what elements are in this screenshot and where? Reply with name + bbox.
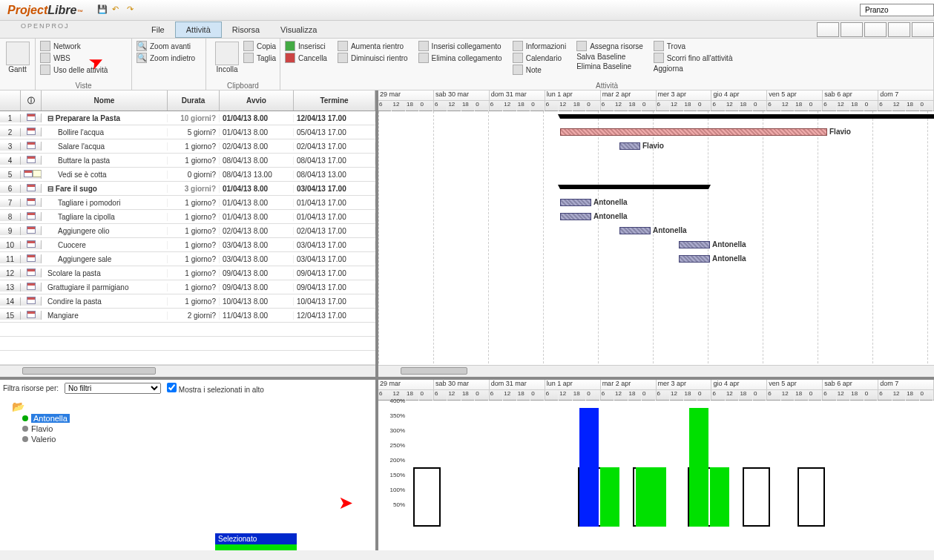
calendar-icon	[27, 128, 36, 135]
gantt-bar[interactable]: Antonella	[679, 255, 710, 263]
wbs-button[interactable]: WBS	[40, 52, 127, 64]
col-indicator[interactable]: ⓘ	[21, 90, 42, 111]
gantt-bar[interactable]: Flavio	[560, 128, 827, 136]
project-name-field[interactable]	[860, 4, 934, 16]
gantt-bar[interactable]: Antonella	[679, 241, 710, 248]
hist-bar	[600, 467, 619, 527]
scorri-button[interactable]: Scorri fino all'attività	[654, 52, 733, 64]
view-btn-4[interactable]	[888, 22, 910, 37]
undo-icon[interactable]: ↶	[112, 4, 124, 16]
uso-icon	[40, 65, 50, 75]
gantt-bar[interactable]	[560, 114, 934, 119]
main-split: ⓘ Nome Durata Avvio Termine 1⊟ Preparare…	[0, 90, 934, 380]
col-nome[interactable]: Nome	[42, 90, 168, 111]
task-row[interactable]: 9Aggiungere olio1 giorno?02/04/13 8.0002…	[0, 224, 375, 238]
task-row[interactable]: 11Aggiungere sale1 giorno?03/04/13 8.000…	[0, 252, 375, 266]
resource-tree[interactable]: 📂 Antonella Flavio Valerio	[10, 400, 372, 444]
trova-button[interactable]: Trova	[654, 40, 733, 52]
gantt-button[interactable]: Gantt	[4, 40, 30, 75]
task-row[interactable]: 8Tagliare la cipolla1 giorno?01/04/13 8.…	[0, 210, 375, 224]
elimina-baseline-button[interactable]: Elimina Baseline	[576, 62, 643, 71]
hist-body: 400%350%300%250%200%150%100%50%	[378, 401, 934, 527]
uso-button[interactable]: Uso delle attività	[40, 64, 127, 76]
assign-icon	[576, 41, 587, 51]
task-row[interactable]: 10Cuocere1 giorno?03/04/13 8.0003/04/13 …	[0, 238, 375, 252]
calendar-icon	[27, 198, 36, 205]
col-durata[interactable]: Durata	[168, 90, 220, 111]
task-row[interactable]: 13Grattugiare il parmigiano1 giorno?09/0…	[0, 280, 375, 294]
view-btn-3[interactable]	[864, 22, 887, 37]
view-btn-5[interactable]	[912, 22, 934, 37]
show-selected-check[interactable]: Mostra i selezionati in alto	[167, 383, 264, 394]
outdent-icon	[338, 53, 348, 63]
col-rownum[interactable]	[0, 90, 21, 111]
gantt-chart[interactable]: 29 mar612180sab 30 mar612180dom 31 mar61…	[378, 90, 934, 377]
task-row[interactable]: 5Vedi se è cotta0 giorni?08/04/13 13.000…	[0, 168, 375, 182]
calendario-button[interactable]: Calendario	[513, 52, 566, 64]
copia-button[interactable]: Copia	[243, 40, 276, 52]
gantt-bar[interactable]: Antonella	[560, 199, 591, 206]
task-row[interactable]: 2Bollire l'acqua5 giorni?01/04/13 8.0005…	[0, 125, 375, 139]
find-icon	[654, 41, 664, 51]
network-button[interactable]: Network	[40, 40, 127, 52]
aggiorna-button[interactable]: Aggiorna	[654, 64, 733, 73]
grid-body[interactable]: 1⊟ Preparare la Pasta10 giorni?01/04/13 …	[0, 111, 375, 365]
taglia-button[interactable]: Taglia	[243, 52, 276, 64]
view-btn-2[interactable]	[841, 22, 863, 37]
task-row[interactable]: 15Mangiare2 giorni?11/04/13 8.0012/04/13…	[0, 309, 375, 323]
redo-icon[interactable]: ↷	[127, 4, 139, 16]
outline-toggle[interactable]: ⊟	[47, 114, 53, 122]
hist-bar	[636, 467, 666, 527]
inserisci-button[interactable]: Inserisci	[285, 40, 327, 52]
save-icon[interactable]: 💾	[97, 4, 109, 16]
outline-toggle[interactable]: ⊟	[47, 185, 53, 193]
salva-baseline-button[interactable]: Salva Baseline	[576, 52, 643, 62]
zoom-in-button[interactable]: 🔍Zoom avanti	[137, 40, 201, 52]
task-row[interactable]: 6⊟ Fare il sugo3 giorni?01/04/13 8.0003/…	[0, 182, 375, 196]
gantt-bar[interactable]: Antonella	[619, 227, 651, 234]
menu-visualizza[interactable]: Visualizza	[270, 22, 327, 37]
col-avvio[interactable]: Avvio	[220, 90, 294, 111]
wbs-icon	[40, 53, 50, 63]
task-row[interactable]: 1⊟ Preparare la Pasta10 giorni?01/04/13 …	[0, 111, 375, 125]
tree-root[interactable]: 📂	[10, 400, 372, 413]
calendar-icon	[27, 283, 36, 290]
menu-file[interactable]: File	[141, 22, 175, 37]
note-button[interactable]: Note	[513, 64, 566, 76]
gantt-hscroll[interactable]	[378, 365, 934, 377]
inserisci-collegamento-button[interactable]: Inserisi collegamento	[418, 40, 502, 52]
task-row[interactable]: 14Condire la pasta1 giorno?10/04/13 8.00…	[0, 294, 375, 309]
aumenta-rientro-button[interactable]: Aumenta rientro	[338, 40, 408, 52]
menu-attivita[interactable]: Attività	[175, 22, 222, 38]
cancella-button[interactable]: Cancella	[285, 52, 327, 64]
menu-risorsa[interactable]: Risorsa	[222, 22, 270, 37]
task-row[interactable]: 12Scolare la pasta1 giorno?09/04/13 8.00…	[0, 266, 375, 280]
note-icon	[513, 65, 523, 75]
copy-icon	[243, 41, 254, 51]
gantt-bar[interactable]: Flavio	[619, 142, 640, 150]
col-termine[interactable]: Termine	[294, 90, 375, 111]
resource-antonella[interactable]: Antonella	[22, 413, 372, 424]
task-row[interactable]: 4Buttare la pasta1 giorno?08/04/13 8.000…	[0, 154, 375, 168]
bullet-icon	[22, 415, 28, 421]
calendar-icon	[27, 184, 36, 191]
assegna-risorse-button[interactable]: Assegna risorse	[576, 40, 643, 52]
informazioni-button[interactable]: Informazioni	[513, 40, 566, 52]
gantt-body[interactable]: FlavioFlavioAntonellaAntonellaAntonellaA…	[378, 111, 934, 363]
app-logo: ProjectLibre™	[0, 2, 90, 19]
resource-flavio[interactable]: Flavio	[22, 424, 372, 434]
gantt-bar[interactable]: Antonella	[560, 213, 591, 220]
histogram-panel[interactable]: 29 mar612180sab 30 mar612180dom 31 mar61…	[378, 380, 934, 550]
task-row[interactable]: 3Salare l'acqua1 giorno?02/04/13 8.0002/…	[0, 139, 375, 154]
filter-select[interactable]: No filtri	[65, 383, 161, 394]
grid-hscroll[interactable]	[0, 365, 375, 377]
resource-valerio[interactable]: Valerio	[22, 434, 372, 444]
group-viste-title: Viste	[36, 82, 131, 90]
task-row[interactable]: 7Tagliare i pomodori1 giorno?01/04/13 8.…	[0, 196, 375, 210]
view-btn-1[interactable]	[817, 22, 839, 37]
elimina-collegamento-button[interactable]: Elimina collegamento	[418, 52, 502, 64]
zoom-out-button[interactable]: 🔍Zoom indietro	[137, 52, 201, 64]
diminuisci-rientro-button[interactable]: Diminuisci rientro	[338, 52, 408, 64]
gantt-bar[interactable]	[560, 185, 708, 189]
calendar-icon	[24, 170, 33, 177]
